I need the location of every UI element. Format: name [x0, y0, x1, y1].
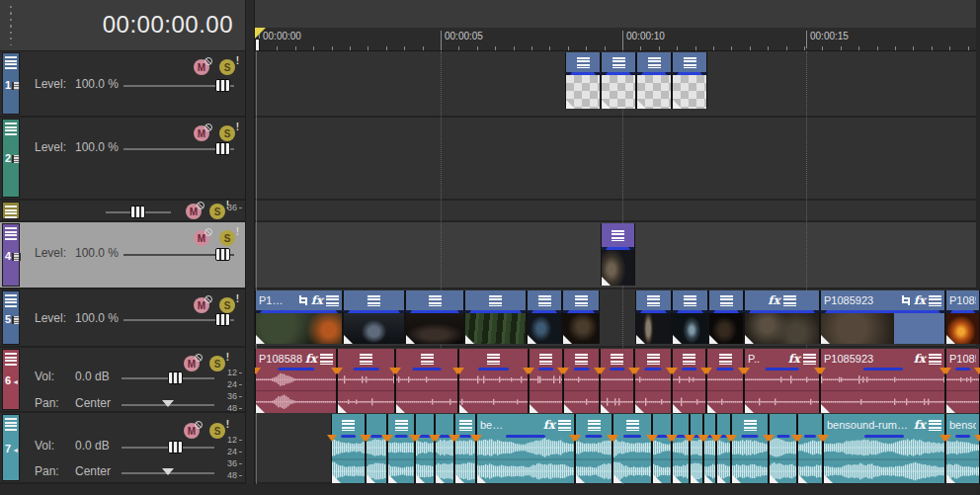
clip-track5-1[interactable]: P1…fx [255, 290, 343, 344]
slider-handle[interactable] [168, 371, 183, 384]
fx-icon[interactable]: fx [768, 294, 779, 306]
fade-handle[interactable] [601, 404, 610, 413]
fade-handle[interactable] [602, 277, 611, 286]
panel-splitter[interactable] [245, 0, 255, 495]
clip-menu-icon[interactable] [744, 420, 757, 431]
slider-handle[interactable] [168, 441, 183, 454]
clip-track5-5[interactable] [527, 290, 562, 344]
fade-handle[interactable] [821, 335, 830, 344]
clip-track7-5[interactable] [435, 414, 454, 483]
clip-menu-icon[interactable] [575, 295, 588, 306]
fade-handle[interactable] [635, 404, 644, 413]
mute-button-track-5[interactable]: M [194, 297, 209, 313]
solo-button-track-1[interactable]: S [219, 59, 235, 75]
clip-menu-icon[interactable] [612, 57, 625, 68]
clip-menu-icon[interactable] [558, 420, 571, 431]
track-header-4[interactable]: 4MSLevel:100.0 % [0, 222, 245, 289]
clip-menu-icon[interactable] [648, 57, 661, 68]
fx-icon[interactable]: fx [914, 353, 926, 365]
fade-handle[interactable] [602, 100, 611, 109]
fade-handle[interactable] [367, 474, 375, 483]
clip-menu-icon[interactable] [429, 295, 442, 306]
clip-track6-4[interactable] [458, 349, 529, 413]
fade-handle[interactable] [637, 100, 646, 109]
clip-track6-1[interactable]: P1085887fx [255, 349, 337, 413]
track-header-6[interactable]: 6MSVol:0.0 dBPan:Center12243648 [0, 348, 245, 413]
track-color-strip[interactable]: 1 [2, 52, 20, 115]
fade-handle[interactable] [770, 474, 778, 483]
clip-track1-2[interactable] [601, 52, 636, 109]
fade-handle[interactable] [824, 474, 833, 483]
fade-handle[interactable] [732, 474, 741, 483]
clip-menu-icon[interactable] [929, 354, 941, 365]
track-header-3[interactable]: MS36 [0, 201, 245, 222]
fade-handle[interactable] [455, 474, 464, 483]
fade-handle[interactable] [530, 404, 538, 413]
fx-icon[interactable]: fx [543, 419, 555, 431]
clip-track7-3[interactable] [387, 414, 415, 483]
fade-handle[interactable] [563, 335, 572, 344]
slider-handle[interactable] [130, 206, 145, 218]
pan-handle[interactable] [162, 400, 174, 407]
track-list-button[interactable] [5, 123, 17, 135]
playhead-cursor[interactable] [255, 39, 260, 51]
clip-track6-9[interactable] [672, 349, 706, 413]
fade-handle[interactable] [564, 404, 573, 413]
clip-menu-icon[interactable] [489, 295, 502, 306]
clip-menu-icon[interactable] [487, 354, 500, 365]
clip-menu-icon[interactable] [683, 354, 695, 365]
fx-icon[interactable]: fx [311, 294, 323, 306]
solo-button-track-7[interactable]: S [209, 423, 225, 439]
solo-button-track-6[interactable]: S [209, 356, 225, 371]
clip-track6-6[interactable] [563, 349, 600, 413]
clip-menu-icon[interactable] [626, 420, 639, 431]
fade-handle[interactable] [528, 335, 536, 344]
fade-handle[interactable] [673, 474, 682, 483]
track-color-strip[interactable]: 6 [2, 349, 20, 410]
crop-icon[interactable] [901, 295, 911, 305]
fade-handle[interactable] [406, 335, 415, 344]
clip-track6-11[interactable]: P..fx [744, 349, 820, 413]
fx-icon[interactable]: fx [788, 353, 800, 365]
time-ruler[interactable]: 00:00:0000:00:0500:00:1000:00:15 [255, 28, 980, 51]
fade-handle[interactable] [946, 404, 955, 413]
clip-track7-17[interactable] [797, 414, 823, 483]
clip-track7-10[interactable] [652, 414, 672, 483]
mute-button-track-3[interactable]: M [186, 204, 202, 219]
mute-button-track-7[interactable]: M [184, 423, 200, 439]
clip-track6-8[interactable] [634, 349, 672, 413]
clip-track1-4[interactable] [672, 52, 707, 109]
fade-handle[interactable] [566, 100, 575, 109]
clip-menu-icon[interactable] [459, 420, 472, 431]
timecode-display[interactable]: 00:00:00.00 [103, 11, 233, 39]
track-color-strip[interactable]: 4 [2, 223, 20, 287]
clip-menu-icon[interactable] [929, 295, 941, 306]
track-list-button[interactable] [5, 227, 17, 240]
fade-handle[interactable] [821, 404, 830, 413]
clip-track7-11[interactable] [672, 414, 690, 483]
solo-button-track-2[interactable]: S [219, 125, 235, 141]
fade-handle[interactable] [344, 335, 353, 344]
fade-handle[interactable] [673, 100, 682, 109]
track-list-button[interactable] [5, 418, 17, 431]
fade-handle[interactable] [717, 474, 726, 483]
fade-handle[interactable] [946, 335, 955, 344]
fade-handle[interactable] [709, 335, 718, 344]
clip-menu-icon[interactable] [647, 354, 660, 365]
clip-menu-icon[interactable] [360, 354, 372, 365]
clip-menu-icon[interactable] [719, 354, 732, 365]
clip-track5-8[interactable] [672, 290, 708, 344]
clip-menu-icon[interactable] [684, 295, 696, 306]
clip-track6-13[interactable]: P1085… [945, 349, 980, 413]
fade-handle[interactable] [745, 335, 754, 344]
solo-button-track-5[interactable]: S [219, 297, 235, 313]
clip-track5-9[interactable] [708, 290, 744, 344]
clip-track7-2[interactable] [366, 414, 387, 483]
clip-menu-icon[interactable] [320, 354, 333, 365]
clip-menu-icon[interactable] [647, 295, 660, 306]
clip-menu-icon[interactable] [588, 420, 601, 431]
fade-handle[interactable] [613, 474, 622, 483]
track-color-strip[interactable]: 2 [2, 119, 20, 198]
clip-menu-icon[interactable] [575, 354, 588, 365]
fade-handle[interactable] [256, 335, 265, 344]
